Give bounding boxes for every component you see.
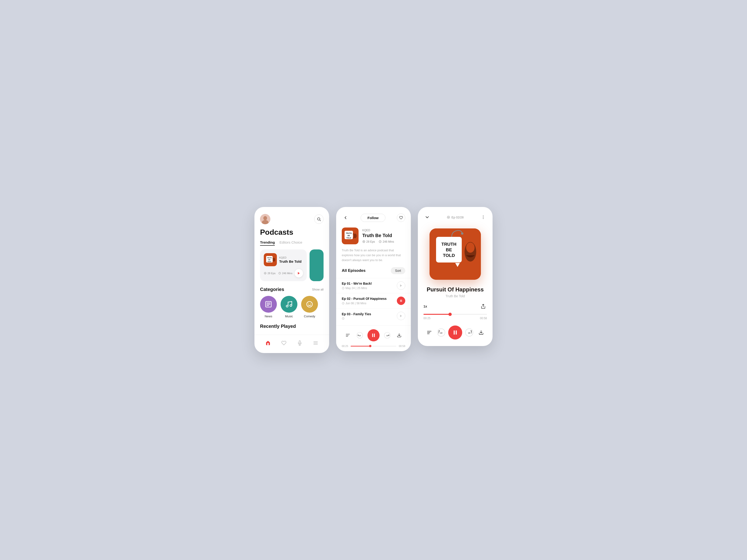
ep2-pause-button[interactable]	[397, 297, 405, 305]
progress-track[interactable]	[351, 346, 396, 347]
progress-bar: 00:25 00:58	[342, 345, 405, 349]
svg-point-56	[448, 217, 449, 218]
category-news[interactable]: News	[260, 296, 277, 318]
current-time: 00:25	[342, 345, 348, 347]
svg-rect-50	[372, 334, 373, 337]
playback-controls: 10 10	[418, 325, 493, 346]
queue-button[interactable]	[424, 328, 434, 337]
featured-podcast-card[interactable]: TRUTH BE TOLD KQED Truth Be Told	[260, 249, 307, 281]
svg-point-67	[466, 242, 474, 253]
publisher-label: KQED	[279, 256, 303, 259]
album-artwork: TRUTH BE TOLD	[430, 229, 481, 280]
recently-played-title: Recently Played	[260, 324, 296, 329]
rewind-button[interactable]: 10	[356, 331, 364, 340]
page-title: Podcasts	[254, 228, 329, 240]
show-all-link[interactable]: Show all	[312, 288, 324, 291]
search-button[interactable]	[314, 214, 324, 224]
svg-point-11	[264, 272, 266, 274]
ep1-play-button[interactable]	[397, 282, 405, 290]
ep3-title: Ep 03 - Family Ties	[342, 312, 397, 316]
ep1-meta: May 24 | 25 Mins	[342, 287, 397, 290]
browse-header	[254, 207, 329, 228]
svg-marker-14	[298, 272, 300, 275]
recently-played-section: Recently Played	[254, 324, 329, 333]
progress-track[interactable]	[423, 314, 487, 315]
sort-button[interactable]: Sort	[391, 267, 405, 274]
categories-header: Categories Show all	[254, 287, 329, 296]
featured-cards: TRUTH BE TOLD KQED Truth Be Told	[254, 249, 329, 287]
svg-text:BE: BE	[347, 235, 350, 237]
svg-line-4	[319, 220, 320, 221]
speed-share-row: 1x	[418, 303, 493, 314]
nav-podcasts[interactable]	[295, 339, 304, 347]
play-button[interactable]	[294, 269, 303, 277]
eps-count: 28 Eps	[264, 272, 276, 275]
main-pause-button[interactable]	[367, 329, 380, 341]
svg-point-68	[461, 232, 463, 235]
svg-text:BE: BE	[268, 259, 270, 260]
svg-marker-39	[400, 285, 402, 287]
follow-button[interactable]: Follow	[361, 214, 385, 222]
svg-point-35	[363, 241, 365, 243]
queue-button[interactable]	[344, 331, 352, 340]
svg-point-57	[483, 216, 484, 216]
track-title: Pursuit Of Happiness	[423, 286, 487, 293]
comedy-icon-circle	[301, 296, 318, 313]
favorite-button[interactable]	[397, 213, 405, 222]
svg-text:TRUTH: TRUTH	[346, 232, 352, 234]
podcast-cover: TRUTH BE TOLD	[342, 228, 359, 244]
nav-home[interactable]	[263, 339, 273, 347]
share-button[interactable]	[480, 303, 487, 310]
category-comedy[interactable]: Comedy	[301, 296, 318, 318]
ep3-meta	[342, 317, 397, 320]
svg-marker-44	[400, 315, 402, 317]
episode-counter: Ep 02/28	[447, 216, 464, 219]
svg-text:TRUTH: TRUTH	[441, 242, 456, 247]
svg-text:10: 10	[386, 335, 388, 337]
ep1-title: Ep 01 - We're Back!	[342, 282, 397, 285]
news-icon-circle	[260, 296, 277, 313]
svg-text:TRUTH: TRUTH	[267, 257, 272, 259]
svg-point-21	[307, 301, 312, 307]
rewind-10-button[interactable]: 10	[437, 328, 446, 337]
svg-point-19	[286, 305, 288, 307]
svg-point-55	[447, 216, 450, 219]
podcast-info: TRUTH BE TOLD KQED Truth Be Told 28 Eps	[336, 225, 411, 248]
artwork-container: TRUTH BE TOLD	[418, 225, 493, 286]
tab-trending[interactable]: Trending	[260, 240, 275, 246]
ep3-play-button[interactable]	[397, 312, 405, 320]
main-pause-button[interactable]	[448, 325, 462, 340]
mini-player: 10 10	[336, 325, 411, 351]
nav-more[interactable]	[311, 339, 320, 347]
svg-text:10: 10	[359, 335, 361, 337]
svg-point-34	[354, 234, 357, 238]
svg-text:10: 10	[468, 332, 470, 334]
more-options-button[interactable]	[480, 213, 487, 221]
total-time: 00:58	[480, 317, 487, 320]
category-music[interactable]: Music	[281, 296, 298, 318]
tab-editors-choice[interactable]: Editors Choice	[279, 240, 302, 246]
playback-speed[interactable]: 1x	[423, 304, 427, 308]
nav-favorites[interactable]	[279, 339, 288, 347]
music-icon-circle	[281, 296, 298, 313]
svg-point-10	[273, 258, 275, 262]
collapse-button[interactable]	[423, 213, 431, 221]
download-button[interactable]	[476, 328, 486, 337]
forward-button[interactable]: 10	[383, 331, 391, 340]
avatar[interactable]	[260, 214, 270, 224]
playback-progress: 00:25 00:58	[418, 314, 493, 325]
podcast-description: Truth Be Told is an advice podcast that …	[336, 248, 411, 267]
screen-browse: Podcasts Trending Editors Choice TRUTH B…	[254, 207, 329, 353]
svg-point-58	[483, 217, 484, 218]
second-podcast-card[interactable]	[310, 249, 324, 281]
download-button[interactable]	[395, 331, 403, 340]
screen-now-playing: Ep 02/28 TRUTH BE TOLD	[418, 207, 493, 346]
detail-header: Follow	[336, 207, 411, 225]
svg-point-1	[263, 216, 267, 220]
forward-10-button[interactable]: 10	[465, 328, 474, 337]
podcast-artwork: TRUTH BE TOLD	[264, 253, 277, 266]
episode-1: Ep 01 - We're Back! May 24 | 25 Mins	[336, 278, 411, 293]
back-button[interactable]	[342, 214, 349, 221]
svg-rect-51	[374, 334, 375, 337]
svg-rect-41	[400, 300, 401, 302]
